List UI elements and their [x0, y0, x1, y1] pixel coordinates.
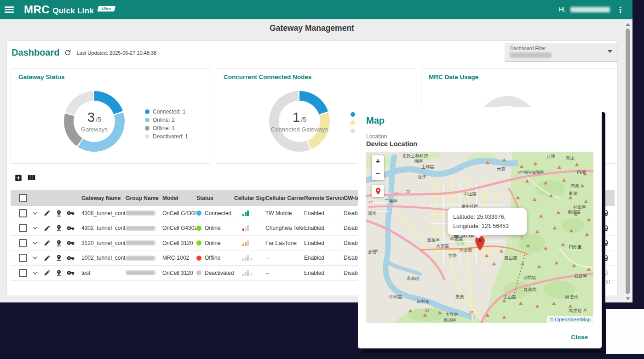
map-place-label: 士林區	[421, 164, 435, 169]
map-place-label: 東湖	[569, 191, 577, 196]
key-icon[interactable]	[67, 209, 75, 217]
edit-pencil-icon[interactable]	[44, 269, 51, 276]
zoom-out-button[interactable]: −	[372, 168, 384, 181]
expand-chevron-icon[interactable]	[31, 239, 39, 247]
signal-bars-icon	[242, 211, 250, 216]
signal-bars-icon: ✕	[242, 270, 253, 276]
expand-chevron-icon[interactable]	[31, 254, 39, 262]
reboot-device-icon[interactable]	[601, 224, 609, 232]
location-pin-icon[interactable]	[55, 269, 63, 277]
gateway-name-cell: test	[81, 270, 126, 276]
scrollbar-thumb[interactable]	[626, 28, 630, 294]
map-place-label: 阿柔坑	[565, 295, 579, 300]
map-place-label: 文山區	[503, 294, 517, 299]
gateway-status-legend: Connected: 1 Online: 2 Offline: 1	[145, 108, 188, 140]
map-place-label: 麗山里	[504, 255, 518, 260]
reboot-device-icon[interactable]	[601, 269, 609, 277]
map-place-label: 萬華區	[427, 238, 440, 243]
map-place-label: 景美	[455, 294, 465, 299]
select-all-checkbox[interactable]	[19, 194, 27, 202]
map-place-label: 深坑區	[523, 275, 537, 280]
map-place-label: 北投士林科技	[402, 153, 429, 158]
edit-pencil-icon[interactable]	[44, 239, 51, 246]
dashboard-filter-label: Dashboard Filter	[510, 46, 546, 51]
donut-center-total: /5	[301, 116, 306, 123]
row-checkbox[interactable]	[19, 224, 27, 232]
gateway-name-cell: 3120_tunnel_control	[81, 240, 126, 246]
edit-pencil-icon[interactable]	[44, 255, 51, 262]
col-model[interactable]: Model	[162, 195, 196, 201]
location-pin-icon[interactable]	[55, 224, 63, 232]
location-pin-icon[interactable]	[55, 239, 63, 247]
row-checkbox[interactable]	[19, 209, 27, 217]
row-checkbox[interactable]	[19, 269, 27, 277]
col-group-name[interactable]: Group Name	[126, 195, 162, 201]
location-label: Location	[366, 133, 387, 140]
legend-dot	[351, 112, 355, 117]
col-status[interactable]: Status	[196, 195, 234, 201]
legend-item: Offline: 1	[145, 125, 188, 131]
col-gateway-name[interactable]: Gateway Name	[81, 195, 126, 201]
signal-bars-icon	[242, 240, 250, 246]
map-zoom-control: + −	[372, 155, 384, 180]
expand-chevron-icon[interactable]	[31, 209, 39, 217]
edit-pencil-icon[interactable]	[44, 210, 51, 217]
last-page-icon[interactable]	[604, 278, 612, 286]
reboot-device-icon[interactable]	[601, 239, 609, 247]
add-gateway-button[interactable]	[14, 174, 23, 182]
gateway-status-donut-chart: 3 /5 Gateways	[64, 91, 125, 152]
map-canvas[interactable]: 北投士林科技園區士林區社子大直內湖科技園區內湖內湖東湖社后區南港區中山區犀牛社區…	[366, 152, 593, 323]
recenter-pin-button[interactable]	[372, 185, 384, 197]
col-remote-service[interactable]: Remote Service	[304, 195, 344, 201]
signal-bars-icon: ✕	[242, 255, 253, 261]
map-place-label: 社子	[418, 174, 426, 179]
expand-chevron-icon[interactable]	[31, 224, 39, 232]
longitude-text: Longitude: 121.56453	[453, 222, 521, 231]
expand-chevron-icon[interactable]	[31, 269, 39, 277]
edit-pencil-icon[interactable]	[44, 225, 51, 232]
status-dot	[196, 256, 201, 261]
legend-dot	[145, 118, 150, 122]
key-icon[interactable]	[67, 269, 75, 277]
key-icon[interactable]	[67, 239, 75, 247]
osm-attribution-link[interactable]: © OpenStreetMap	[547, 316, 593, 323]
kebab-menu-icon[interactable]: ⋮	[615, 5, 626, 15]
row-checkbox[interactable]	[19, 254, 27, 262]
col-cellular-carrier[interactable]: Cellular Carrier	[265, 195, 304, 201]
col-cellular-signal[interactable]: Cellular Signal	[234, 195, 265, 201]
map-place-label: 大坪林	[445, 312, 459, 317]
legend-item: Deactivated: 1	[145, 133, 188, 140]
scroll-up-arrow-icon[interactable]	[626, 23, 630, 26]
refresh-icon[interactable]	[64, 49, 72, 57]
legend-item: Connected: 1	[145, 108, 188, 115]
map-road-label: 31	[425, 308, 429, 313]
card-title: Concurrent Connected Nodes	[224, 74, 311, 80]
location-pin-icon[interactable]	[55, 210, 63, 217]
map-place-label: 內湖	[577, 169, 586, 174]
zoom-in-button[interactable]: +	[372, 155, 384, 168]
close-button[interactable]: Close	[571, 334, 588, 341]
location-pin-icon[interactable]	[55, 254, 63, 262]
legend-label: Connected: 1	[153, 108, 185, 115]
reboot-device-icon[interactable]	[601, 209, 609, 217]
key-icon[interactable]	[67, 224, 75, 232]
scroll-down-arrow-icon[interactable]	[626, 297, 630, 300]
hamburger-menu-icon[interactable]	[5, 6, 14, 13]
vertical-scrollbar[interactable]	[624, 21, 632, 302]
group-name-redacted	[126, 256, 155, 261]
remote-service-cell: Enabled	[304, 255, 344, 261]
model-cell: OnCell 3120	[162, 240, 196, 246]
key-icon[interactable]	[67, 254, 75, 262]
map-place-label: 四分里	[569, 244, 582, 249]
map-road-label: 26	[469, 310, 473, 314]
dashboard-filter-select[interactable]: Dashboard Filter	[505, 43, 617, 62]
reboot-device-icon[interactable]	[601, 254, 609, 262]
status-label: Connected	[205, 210, 231, 217]
legend-dot	[145, 109, 150, 114]
column-settings-button[interactable]	[27, 173, 36, 182]
status-dot	[196, 226, 201, 231]
legend-dot	[351, 129, 355, 133]
status-dot	[196, 240, 201, 245]
map-road-label: 15	[368, 200, 373, 204]
row-checkbox[interactable]	[19, 239, 27, 247]
